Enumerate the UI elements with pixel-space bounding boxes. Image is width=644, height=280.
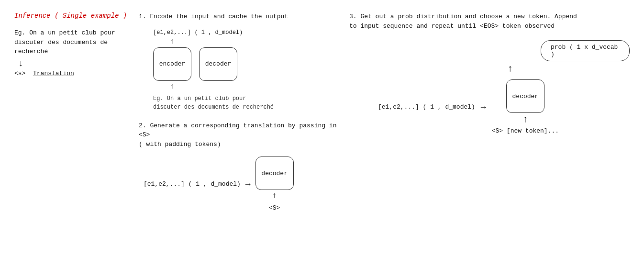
decoder3-row: [e1,e2,...] ( 1 , d_model) → decoder ↑ <…	[378, 79, 559, 134]
prob-up-arrow: ↑	[507, 64, 513, 74]
enc-eg-caption: Eg. On a un petit club pour discuter des…	[153, 94, 274, 112]
translation-label: <s> Translation	[14, 70, 134, 77]
s-token-label: <S>	[269, 204, 280, 212]
right-diagram: prob ( 1 x d_vocab ) ↑ [e1,e2,...] ( 1 ,…	[349, 40, 630, 134]
decoder2-col: decoder ↑ <S>	[255, 157, 294, 212]
section1-title: 1. Encode the input and cache the output	[139, 12, 340, 22]
encoder-box: encoder	[153, 47, 191, 81]
decoder-box-3: decoder	[506, 79, 544, 113]
enc-dec-matrix-label: [e1,e2,...] ( 1 , d_model)	[153, 29, 243, 36]
section2: 2. Generate a corresponding translation …	[139, 121, 340, 212]
dec3-matrix-label: [e1,e2,...] ( 1 , d_model)	[378, 103, 475, 111]
decoder3-col: decoder ↑ <S> [new token]...	[492, 79, 559, 134]
encoder-box-group: ↑ encoder ↑	[153, 38, 191, 90]
eg-line1: Eg. On a un petit club pour discuter des…	[14, 28, 134, 56]
down-arrow: ↓	[18, 59, 134, 68]
encoder-bottom-arrow: ↑	[170, 83, 175, 90]
enc-dec-boxes: ↑ encoder ↑ decoder	[153, 38, 237, 90]
arrow-right-3: →	[481, 103, 486, 112]
decoder2-row: [e1,e2,...] ( 1 , d_model) → decoder ↑ <…	[144, 157, 340, 212]
middle-panel: 1. Encode the input and cache the output…	[134, 10, 340, 270]
dec2-matrix-label: [e1,e2,...] ( 1 , d_model)	[144, 180, 241, 188]
decoder-box-group: decoder	[199, 47, 237, 81]
s-new-token-label: <S> [new token]...	[492, 127, 559, 134]
arrow-right-2: →	[245, 180, 251, 189]
inference-title: Inference ( Single example )	[14, 12, 134, 20]
decoder2-up-arrow: ↑	[272, 192, 277, 200]
decoder-box-2: decoder	[255, 157, 294, 190]
section3-title: 3. Get out a prob distribution and choos…	[349, 12, 579, 31]
section2-title: 2. Generate a corresponding translation …	[139, 121, 340, 149]
encoder-up-arrow: ↑	[170, 38, 175, 45]
decoder-box-1: decoder	[199, 47, 237, 81]
decoder3-down-arrow: ↑	[522, 115, 528, 124]
enc-dec-diagram: [e1,e2,...] ( 1 , d_model) ↑ encoder ↑ d…	[139, 29, 340, 112]
prob-box: prob ( 1 x d_vocab )	[541, 40, 630, 61]
left-panel: Inference ( Single example ) Eg. On a un…	[14, 10, 134, 270]
right-panel: 3. Get out a prob distribution and choos…	[340, 10, 630, 270]
